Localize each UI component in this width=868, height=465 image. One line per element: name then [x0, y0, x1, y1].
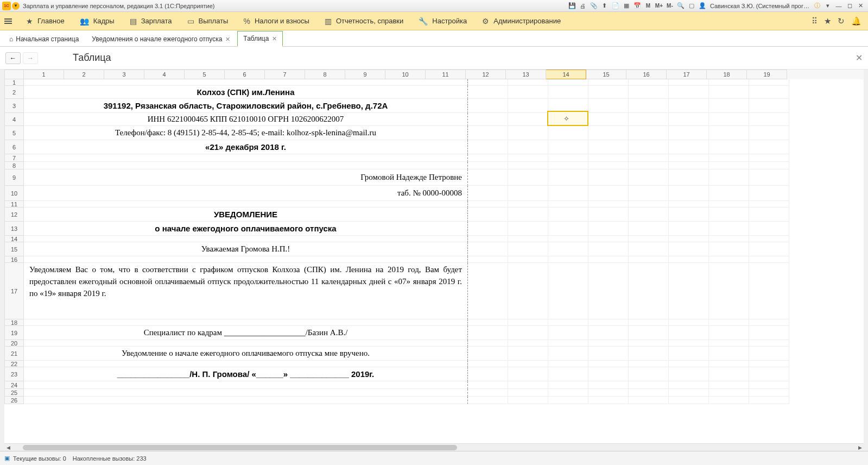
- layout-icon[interactable]: ▢: [687, 1, 696, 11]
- zoom-icon[interactable]: 🔍: [676, 1, 686, 11]
- report-icon: ▥: [325, 17, 332, 26]
- menu-zarplata-label: Зарплата: [141, 17, 172, 25]
- forward-button[interactable]: →: [23, 52, 38, 64]
- menu-nastroika-label: Настройка: [432, 17, 467, 25]
- close-icon[interactable]: ✕: [225, 36, 230, 43]
- menu-nalogi[interactable]: %Налоги и взносы: [236, 12, 317, 30]
- menu-kadry-label: Кадры: [93, 17, 115, 25]
- menu-main[interactable]: ★Главное: [18, 12, 72, 30]
- user-label: Савинская З.Ю. (Системный прог…: [710, 3, 809, 9]
- menu-main-label: Главное: [37, 17, 65, 25]
- menu-otchet[interactable]: ▥Отчетность, справки: [317, 12, 411, 30]
- gear-icon: ⚙: [482, 17, 489, 26]
- menu-nalogi-label: Налоги и взносы: [255, 17, 309, 25]
- document-toolbar: ← → Таблица ✕: [0, 47, 868, 70]
- m-button[interactable]: M: [643, 1, 653, 11]
- menu-otchet-label: Отчетность, справки: [336, 17, 403, 25]
- app-title: Зарплата и управление персоналом, редакц…: [23, 3, 214, 9]
- app-dropdown[interactable]: ▼: [12, 2, 20, 10]
- tab-table[interactable]: Таблица✕: [237, 31, 283, 47]
- titlebar: 1C ▼ Зарплата и управление персоналом, р…: [0, 0, 868, 12]
- history-icon[interactable]: ↻: [838, 16, 845, 26]
- close-icon[interactable]: ✕: [272, 35, 277, 42]
- menu-kadry[interactable]: 👥Кадры: [72, 12, 122, 30]
- back-button[interactable]: ←: [5, 52, 21, 64]
- tab-notifications[interactable]: Уведомления о начале ежегодного отпуска✕: [86, 32, 236, 46]
- menu-vyplaty-label: Выплаты: [199, 17, 229, 25]
- bell-icon[interactable]: 🔔: [851, 16, 861, 26]
- people-icon: 👥: [80, 17, 89, 26]
- upload-icon[interactable]: ⬆: [600, 1, 610, 11]
- menu-nastroika[interactable]: 🔧Настройка: [411, 12, 474, 30]
- calc-icon[interactable]: ▦: [622, 1, 631, 11]
- menu-zarplata[interactable]: ▤Зарплата: [122, 12, 180, 30]
- minimize-button[interactable]: —: [834, 1, 844, 11]
- main-menu: ★Главное 👥Кадры ▤Зарплата ▭Выплаты %Нало…: [0, 12, 868, 30]
- tab-bar: ⌂Начальная страница Уведомления о начале…: [0, 30, 868, 47]
- user-icon: 👤: [698, 1, 707, 11]
- wallet-icon: ▭: [187, 17, 194, 26]
- calendar-icon[interactable]: 📅: [632, 1, 642, 11]
- tab-notif-label: Уведомления о начале ежегодного отпуска: [92, 35, 222, 43]
- tab-home-label: Начальная страница: [16, 35, 79, 43]
- star-icon: ★: [26, 17, 33, 26]
- mminus-button[interactable]: M-: [665, 1, 675, 11]
- compare-icon[interactable]: 📎: [589, 1, 599, 11]
- tab-home[interactable]: ⌂Начальная страница: [3, 32, 85, 46]
- money-icon: ▤: [130, 17, 137, 26]
- hamburger-icon[interactable]: [4, 18, 12, 24]
- dropdown-icon[interactable]: ▾: [823, 1, 833, 11]
- save-icon[interactable]: 💾: [567, 1, 577, 11]
- tab-table-label: Таблица: [243, 35, 269, 42]
- print-icon[interactable]: 🖨: [578, 1, 588, 11]
- wrench-icon: 🔧: [419, 17, 428, 26]
- menu-admin[interactable]: ⚙Администрирование: [474, 12, 568, 30]
- percent-icon: %: [243, 17, 250, 26]
- mplus-button[interactable]: M+: [654, 1, 664, 11]
- document-title: Таблица: [73, 52, 111, 64]
- menu-vyplaty[interactable]: ▭Выплаты: [180, 12, 236, 30]
- menu-admin-label: Администрирование: [493, 17, 561, 25]
- home-icon: ⌂: [9, 35, 13, 43]
- favorite-icon[interactable]: ★: [824, 16, 831, 26]
- close-document-button[interactable]: ✕: [856, 53, 863, 63]
- doc-icon[interactable]: 📄: [611, 1, 620, 11]
- maximize-button[interactable]: ◻: [845, 1, 854, 11]
- app-logo: 1C: [2, 2, 11, 10]
- info-icon[interactable]: ⓘ: [812, 1, 822, 11]
- close-button[interactable]: ✕: [856, 1, 865, 11]
- apps-icon[interactable]: ⠿: [812, 16, 818, 26]
